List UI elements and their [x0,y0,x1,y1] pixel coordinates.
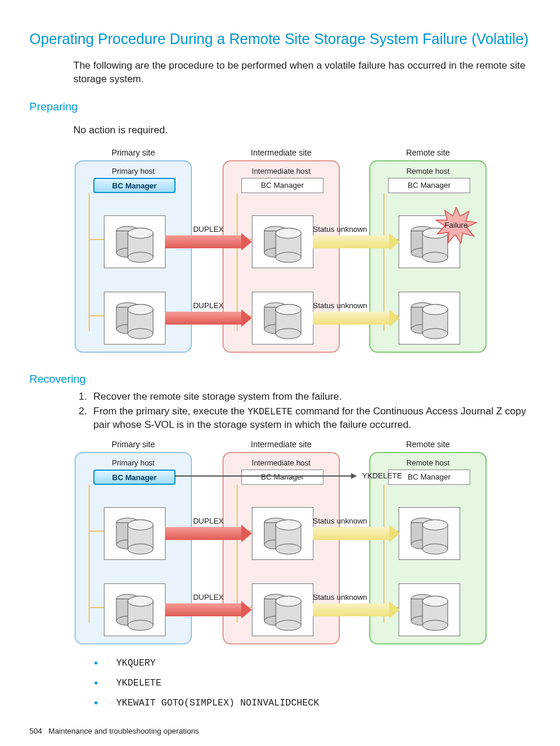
command-text: YKEWAIT GOTO(SIMPLEX) NOINVALIDCHECK [116,698,319,708]
arrow-duplex: DUPLEX [165,603,252,616]
svg-point-19 [276,252,301,263]
list-item: YKEWAIT GOTO(SIMPLEX) NOINVALIDCHECK [104,695,531,710]
recovering-steps: Recover the remote site storage system f… [73,390,531,432]
svg-point-84 [423,596,448,607]
chapter-name: Maintenance and troubleshooting operatio… [49,727,200,735]
arrow-status-unknown: Status unknown [313,603,400,616]
svg-point-63 [276,520,301,531]
bc-manager-remote: BC Manager [388,178,470,193]
storage-icon [399,583,460,636]
storage-icon [399,292,460,345]
svg-point-27 [276,305,301,315]
arrow-status-unknown: Status unknown [313,235,400,248]
svg-point-77 [423,520,448,531]
svg-point-13 [128,305,153,315]
arrow-status-unknown: Status unknown [313,312,400,325]
list-item: YKQUERY [104,655,531,670]
svg-point-40 [423,329,448,339]
list-item: YKDELETE [104,675,531,690]
label-remote-host: Remote host [370,458,485,468]
storage-icon [104,507,166,560]
svg-point-41 [423,305,448,315]
bc-manager-intermediate: BC Manager [241,178,323,193]
label-duplex: DUPLEX [165,592,252,603]
command-list: YKQUERY YKDELETE YKEWAIT GOTO(SIMPLEX) N… [88,655,531,710]
label-remote-host: Remote host [370,166,485,177]
svg-point-70 [276,596,301,607]
connector-line [89,485,90,623]
connector-line [89,607,105,608]
svg-point-12 [128,329,153,339]
bc-manager-primary: BC Manager [93,178,176,193]
page-number: 504 [29,727,42,735]
connector-line [89,531,105,532]
failure-star-icon: Failure [435,207,477,244]
svg-point-69 [276,620,301,631]
bc-manager-primary: BC Manager [93,470,176,485]
label-status-unknown: Status unknown [313,516,400,526]
label-remote-site: Remote site [369,439,487,450]
label-remote-site: Remote site [369,147,487,158]
storage-icon [252,583,313,636]
list-item: From the primary site, execute the YKDEL… [90,405,531,433]
heading-recovering: Recovering [29,372,531,387]
storage-icon [104,215,166,268]
svg-point-83 [423,620,448,631]
svg-point-76 [423,544,448,555]
arrow-duplex: DUPLEX [165,312,252,325]
intro-text: The following are the procedure to be pe… [73,59,531,86]
svg-point-5 [128,252,153,263]
heading-preparing: Preparing [29,99,531,114]
list-item: Recover the remote site storage system f… [90,390,531,404]
storage-icon [252,215,313,268]
failure-label: Failure [444,221,468,229]
label-primary-host: Primary host [76,458,191,468]
storage-icon [104,292,166,345]
arrow-duplex: DUPLEX [165,527,252,540]
label-primary-site: Primary site [75,147,192,158]
label-intermediate-site: Intermediate site [222,147,340,158]
label-status-unknown: Status unknown [313,592,400,603]
label-duplex: DUPLEX [165,516,252,526]
label-intermediate-site: Intermediate site [222,439,340,450]
svg-point-62 [276,544,301,555]
label-primary-host: Primary host [76,166,191,177]
page-title: Operating Procedure During a Remote Site… [29,29,531,49]
diagram-preparing: Primary site Intermediate site Remote si… [69,147,491,359]
arrow-duplex: DUPLEX [165,235,252,248]
storage-icon [399,507,460,560]
label-status-unknown: Status unknown [313,301,400,311]
arrow-status-unknown: Status unknown [313,527,400,540]
svg-point-49 [128,520,153,531]
diagram-recovering: Primary site Intermediate site Remote si… [69,439,491,650]
svg-point-55 [128,620,153,631]
svg-point-20 [276,228,301,239]
label-duplex: DUPLEX [165,301,252,311]
svg-point-6 [128,228,153,239]
step2-pre: From the primary site, execute the [93,406,248,417]
ykdelete-arrow [174,475,356,477]
connector-line [89,193,90,331]
command-text: YKQUERY [116,658,156,669]
storage-icon [252,507,313,560]
ykdelete-label: YKDELETE [362,471,402,481]
svg-point-26 [276,329,301,339]
label-primary-site: Primary site [75,439,192,450]
step2-code: YKDELETE [248,407,293,417]
bc-manager-intermediate: BC Manager [241,470,323,485]
command-text: YKDELETE [116,678,161,688]
label-intermediate-host: Intermediate host [224,458,339,468]
preparing-text: No action is required. [73,124,531,137]
storage-icon [104,583,166,636]
label-duplex: DUPLEX [165,224,252,235]
connector-line [89,239,105,240]
connector-line [89,315,105,316]
storage-icon [252,292,313,345]
svg-point-56 [128,596,153,607]
page-footer: 504 Maintenance and troubleshooting oper… [29,726,531,737]
svg-point-33 [423,252,448,263]
label-status-unknown: Status unknown [313,224,400,235]
label-intermediate-host: Intermediate host [224,166,339,177]
svg-point-48 [128,544,153,555]
